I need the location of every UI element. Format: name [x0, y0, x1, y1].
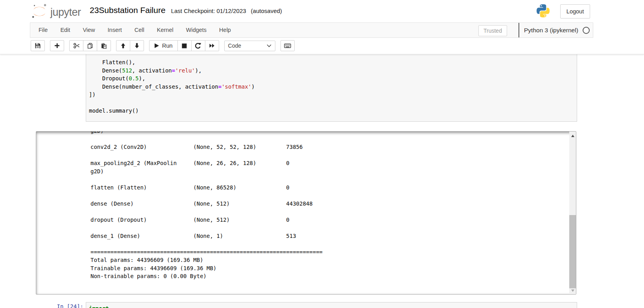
- header-row: jupyter 23Substation Failure Last Checkp…: [0, 0, 644, 22]
- cell-type-value: Code: [228, 43, 241, 49]
- code-editor[interactable]: Flatten(), Dense(512, activation='relu')…: [86, 54, 577, 115]
- keyboard-icon: [284, 43, 291, 49]
- menu-item-file[interactable]: File: [32, 23, 54, 37]
- kernel-name: Python 3 (ipykernel): [524, 23, 578, 37]
- menu-item-insert[interactable]: Insert: [101, 23, 128, 37]
- move-up-button[interactable]: [116, 40, 130, 51]
- save-button[interactable]: [31, 40, 45, 51]
- menu-item-widgets[interactable]: Widgets: [180, 23, 213, 37]
- next-cell-prompt: In [24]:: [46, 303, 83, 308]
- restart-run-all-button[interactable]: [205, 40, 219, 51]
- jupyter-logo[interactable]: jupyter: [31, 3, 81, 19]
- menubar: File Edit View Insert Cell Kernel Widget…: [30, 22, 593, 38]
- jupyter-logo-text: jupyter: [50, 6, 81, 19]
- play-icon: [154, 43, 159, 48]
- move-down-button[interactable]: [130, 40, 144, 51]
- menu-item-help[interactable]: Help: [213, 23, 237, 37]
- chevron-down-icon: [267, 44, 271, 47]
- toolbar: Run Code: [31, 40, 300, 51]
- restart-kernel-button[interactable]: [191, 40, 205, 51]
- paste-icon: [101, 43, 107, 49]
- python-logo-icon: [536, 4, 550, 18]
- menu-item-cell[interactable]: Cell: [128, 23, 151, 37]
- menu-item-view[interactable]: View: [76, 23, 101, 37]
- stop-icon: [181, 43, 187, 49]
- kernel-separator: [519, 23, 519, 37]
- last-checkpoint: Last Checkpoint: 01/12/2023: [171, 7, 246, 14]
- trusted-badge[interactable]: Trusted: [478, 25, 507, 36]
- menu-item-kernel[interactable]: Kernel: [151, 23, 180, 37]
- model-summary-output: g2D) conv2d_2 (Conv2D) (None, 52, 52, 12…: [36, 131, 576, 295]
- copy-button[interactable]: [83, 40, 97, 51]
- add-cell-icon: [54, 43, 60, 49]
- notebook-title[interactable]: 23Substation Failure: [90, 6, 166, 15]
- keyboard-shortcuts-button[interactable]: [280, 40, 295, 51]
- cell-type-select[interactable]: Code: [224, 41, 275, 51]
- code-cell-input[interactable]: Flatten(), Dense(512, activation='relu')…: [86, 54, 577, 122]
- kernel-status-icon: [583, 27, 590, 34]
- arrow-down-icon: [134, 43, 140, 49]
- paste-button[interactable]: [97, 40, 111, 51]
- copy-icon: [87, 43, 93, 49]
- insert-cell-button[interactable]: [50, 40, 64, 51]
- arrow-up-icon: [120, 43, 126, 49]
- run-button-label: Run: [162, 43, 173, 49]
- output-scrollbar[interactable]: [569, 132, 576, 294]
- next-cell-editor[interactable]: import: [86, 302, 577, 308]
- app-header: jupyter 23Substation Failure Last Checkp…: [0, 0, 644, 54]
- restart-icon: [195, 43, 201, 49]
- run-button[interactable]: Run: [149, 40, 178, 51]
- logout-button[interactable]: Logout: [560, 4, 590, 19]
- next-cell-input[interactable]: import: [86, 302, 577, 308]
- scrollbar-thumb[interactable]: [569, 215, 576, 288]
- output-area[interactable]: g2D) conv2d_2 (Conv2D) (None, 52, 52, 12…: [36, 131, 576, 295]
- cut-button[interactable]: [69, 40, 83, 51]
- jupyter-planet-icon: [31, 3, 48, 19]
- scrollbar-down-button[interactable]: [569, 287, 576, 294]
- menu-item-edit[interactable]: Edit: [54, 23, 76, 37]
- autosave-status: (autosaved): [251, 7, 282, 14]
- scrollbar-up-button[interactable]: [569, 132, 576, 139]
- save-icon: [35, 43, 41, 49]
- fast-forward-icon: [209, 43, 215, 49]
- cut-icon: [73, 43, 80, 49]
- interrupt-kernel-button[interactable]: [177, 40, 192, 51]
